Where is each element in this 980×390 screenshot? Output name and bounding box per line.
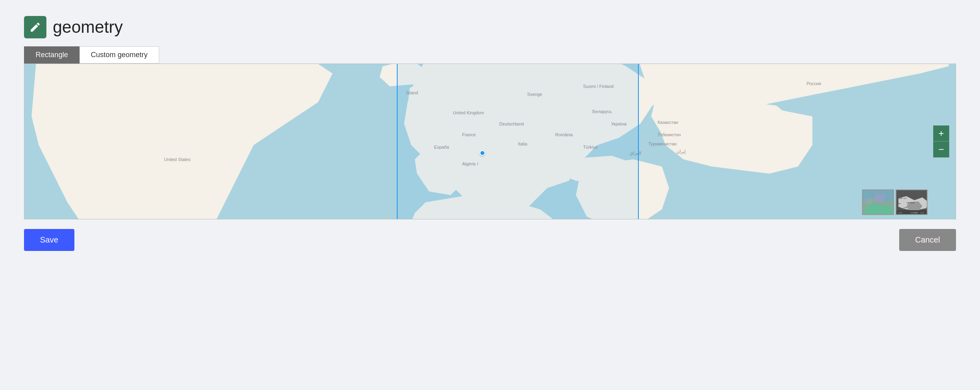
svg-rect-2: [875, 194, 885, 202]
zoom-controls: + −: [933, 125, 949, 157]
svg-text:FR: FR: [898, 207, 900, 209]
svg-text:PORT: PORT: [898, 212, 903, 214]
svg-text:IRE: IRE: [898, 203, 901, 205]
action-bar: Save Cancel: [24, 229, 956, 251]
save-button[interactable]: Save: [24, 229, 74, 251]
svg-text:NOR: NOR: [898, 197, 903, 199]
svg-text:TUN: TUN: [914, 212, 918, 214]
map-thumb-bw[interactable]: NOR EST IRE POL UKRA FR CHS UKRAINE PORT…: [896, 189, 928, 215]
page-header: geometry: [24, 16, 956, 38]
tab-rectangle[interactable]: Rectangle: [24, 46, 80, 64]
svg-text:EST: EST: [904, 197, 907, 199]
zoom-in-button[interactable]: +: [933, 125, 949, 141]
svg-text:CHS: CHS: [904, 207, 907, 209]
svg-rect-3: [865, 198, 873, 204]
zoom-out-button[interactable]: −: [933, 141, 949, 157]
tab-custom-geometry[interactable]: Custom geometry: [80, 46, 159, 64]
page-title: geometry: [53, 18, 123, 37]
svg-text:CHS: CHS: [920, 212, 924, 214]
tab-bar: Rectangle Custom geometry: [24, 46, 956, 64]
map-thumb-terrain[interactable]: [862, 189, 894, 215]
map-area[interactable]: United States United Kingdom Deutschland…: [24, 64, 956, 219]
cancel-button[interactable]: Cancel: [899, 229, 956, 251]
svg-text:POL UKRA: POL UKRA: [906, 202, 914, 204]
map-thumbnail-options: NOR EST IRE POL UKRA FR CHS UKRAINE PORT…: [862, 189, 928, 215]
pencil-icon: [24, 16, 46, 38]
